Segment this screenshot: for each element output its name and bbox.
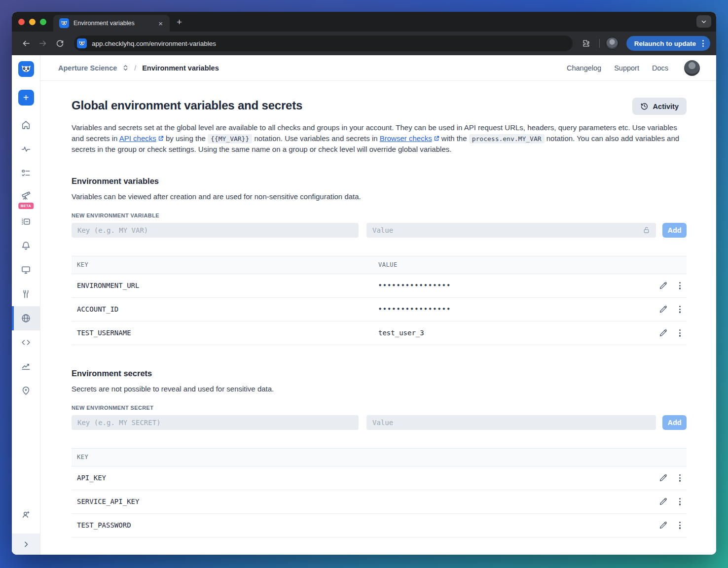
edit-pencil-icon[interactable] bbox=[659, 474, 667, 482]
secret-key-input[interactable] bbox=[72, 415, 359, 430]
intro-paragraph: Variables and secrets set at the global … bbox=[72, 122, 686, 155]
relaunch-menu-icon[interactable] bbox=[701, 40, 705, 47]
browser-tab-strip: Environment variables × + bbox=[12, 12, 716, 32]
new-tab-button[interactable]: + bbox=[177, 17, 182, 28]
account-switcher[interactable]: Aperture Science bbox=[58, 64, 117, 72]
secret-value-input[interactable] bbox=[366, 415, 656, 430]
breadcrumb-separator: / bbox=[134, 64, 136, 72]
row-menu-icon[interactable] bbox=[678, 473, 682, 483]
support-link[interactable]: Support bbox=[614, 64, 639, 72]
secrets-section-description: Secrets are not possible to reveal and u… bbox=[72, 385, 687, 393]
zoom-window-button[interactable] bbox=[40, 19, 46, 25]
new-secret-form: Add bbox=[72, 415, 687, 430]
variable-value-input[interactable] bbox=[366, 223, 656, 238]
back-icon[interactable] bbox=[19, 36, 34, 51]
table-row: API_KEY bbox=[72, 466, 687, 490]
app-top-nav: Aperture Science / Environment variables… bbox=[40, 55, 716, 81]
variable-key-input[interactable] bbox=[72, 223, 359, 238]
relaunch-to-update-button[interactable]: Relaunch to update bbox=[626, 36, 710, 51]
browser-tab[interactable]: Environment variables × bbox=[53, 15, 170, 32]
edit-pencil-icon[interactable] bbox=[659, 329, 667, 337]
sidebar-item-locations[interactable] bbox=[12, 379, 40, 403]
variable-value: test_user_3 bbox=[373, 321, 644, 345]
variable-key: ENVIRONMENT_URL bbox=[72, 274, 373, 297]
checkly-favicon bbox=[77, 38, 87, 48]
chevron-right-icon bbox=[23, 541, 30, 548]
row-menu-icon[interactable] bbox=[678, 305, 682, 314]
code-chip-process-env: process.env.MY_VAR bbox=[469, 134, 545, 143]
home-icon bbox=[21, 120, 31, 130]
pulse-icon bbox=[21, 144, 31, 154]
sidebar-item-cli[interactable] bbox=[12, 330, 40, 355]
add-variable-button[interactable]: Add bbox=[662, 223, 687, 238]
extensions-puzzle-icon[interactable] bbox=[579, 36, 593, 51]
user-plus-icon bbox=[21, 509, 31, 520]
api-checks-link[interactable]: API checks bbox=[119, 134, 156, 142]
row-menu-icon[interactable] bbox=[678, 328, 682, 338]
row-menu-icon[interactable] bbox=[678, 521, 682, 530]
sidebar-item-runtimes[interactable] bbox=[12, 210, 40, 234]
history-clock-icon bbox=[640, 102, 649, 110]
checkly-app: + BETA bbox=[12, 55, 716, 555]
toolbar-divider bbox=[599, 39, 600, 48]
account-switcher-chevrons-icon[interactable] bbox=[122, 64, 129, 71]
sidebar-item-alerts[interactable] bbox=[12, 234, 40, 258]
sidebar-item-invite-user[interactable] bbox=[12, 502, 40, 527]
row-menu-icon[interactable] bbox=[678, 281, 682, 290]
changelog-link[interactable]: Changelog bbox=[567, 64, 601, 72]
variables-col-value: VALUE bbox=[373, 256, 644, 274]
beta-badge: BETA bbox=[18, 203, 34, 209]
map-pin-icon bbox=[21, 386, 31, 396]
url-path: /environment-variables bbox=[149, 40, 217, 47]
sidebar-item-activity[interactable] bbox=[12, 137, 40, 161]
globe-icon bbox=[21, 313, 31, 323]
page-title: Global environment variables and secrets bbox=[72, 99, 302, 112]
checkly-logo[interactable] bbox=[18, 61, 34, 77]
row-menu-icon[interactable] bbox=[678, 497, 682, 506]
expand-sidebar-button[interactable] bbox=[12, 533, 40, 555]
sidebar-item-dashboards[interactable] bbox=[12, 258, 40, 282]
forward-icon[interactable] bbox=[36, 36, 50, 51]
variables-section-heading: Environment variables bbox=[72, 177, 687, 186]
browser-window: Environment variables × + app.checklyhq.… bbox=[12, 12, 716, 555]
variable-value-masked: •••••••••••••••• bbox=[373, 297, 644, 321]
sidebar-item-analytics[interactable] bbox=[12, 355, 40, 379]
sidebar-item-explore-beta[interactable]: BETA bbox=[12, 185, 40, 210]
sidebar-item-environment-variables[interactable] bbox=[12, 306, 40, 330]
secret-key: SERVICE_API_KEY bbox=[72, 490, 644, 513]
edit-pencil-icon[interactable] bbox=[659, 282, 667, 290]
browser-profile-avatar[interactable] bbox=[606, 37, 619, 50]
refresh-icon[interactable] bbox=[52, 36, 67, 51]
minimize-window-button[interactable] bbox=[29, 19, 36, 25]
panel-list-icon bbox=[21, 216, 31, 227]
table-row: TEST_PASSWORD bbox=[72, 513, 687, 537]
close-window-button[interactable] bbox=[18, 19, 25, 25]
tab-search-chevron-icon[interactable] bbox=[696, 15, 711, 28]
variables-table: KEY VALUE ENVIRONMENT_URL ••••••••••••••… bbox=[72, 256, 687, 345]
docs-link[interactable]: Docs bbox=[652, 64, 668, 72]
breadcrumb-current: Environment variables bbox=[142, 64, 219, 72]
browser-checks-link[interactable]: Browser checks bbox=[380, 134, 432, 142]
new-variable-label: NEW ENVIRONMENT VARIABLE bbox=[72, 213, 687, 218]
create-new-button[interactable]: + bbox=[18, 90, 34, 106]
edit-pencil-icon[interactable] bbox=[659, 521, 667, 530]
checklist-icon bbox=[21, 168, 31, 178]
sidebar-item-maintenance[interactable] bbox=[12, 282, 40, 306]
secret-key: API_KEY bbox=[72, 466, 644, 490]
url-bar[interactable]: app.checklyhq.com/environment-variables bbox=[74, 36, 573, 51]
user-avatar[interactable] bbox=[684, 60, 700, 76]
add-secret-button[interactable]: Add bbox=[662, 415, 687, 430]
bell-icon bbox=[21, 241, 31, 251]
edit-pencil-icon[interactable] bbox=[659, 305, 667, 314]
edit-pencil-icon[interactable] bbox=[659, 497, 667, 506]
new-variable-form: Add bbox=[72, 223, 687, 238]
sidebar-item-home[interactable] bbox=[12, 113, 40, 137]
wrench-icon bbox=[21, 289, 31, 299]
variable-key: ACCOUNT_ID bbox=[72, 297, 373, 321]
activity-button[interactable]: Activity bbox=[632, 98, 687, 115]
table-row: SERVICE_API_KEY bbox=[72, 490, 687, 513]
tab-close-icon[interactable]: × bbox=[156, 19, 165, 28]
code-chip-my-var: {{MY_VAR}} bbox=[208, 134, 252, 143]
variable-value-masked: •••••••••••••••• bbox=[373, 274, 644, 297]
sidebar-item-checks[interactable] bbox=[12, 161, 40, 185]
